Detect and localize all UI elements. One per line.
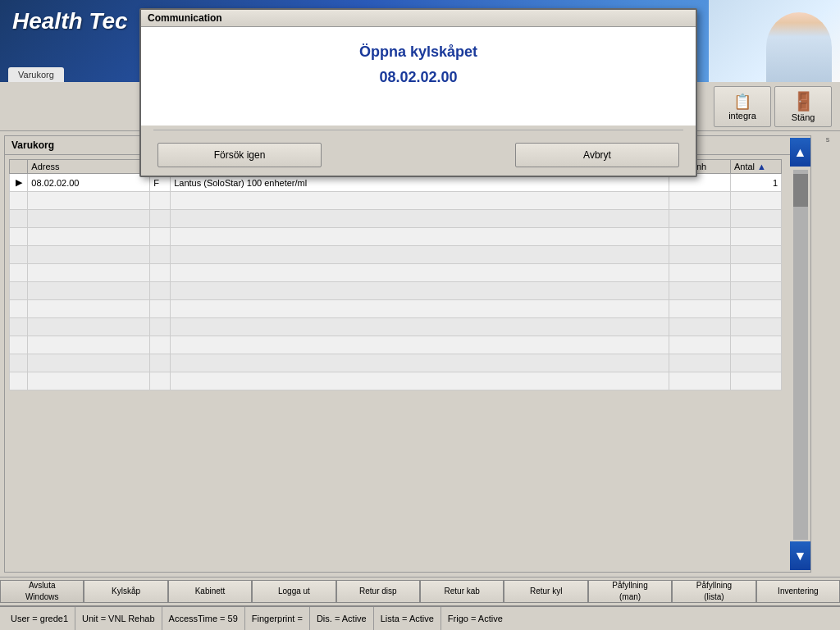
modal-title: Communication bbox=[148, 12, 222, 24]
modal-heading: Öppna kylskåpet bbox=[158, 43, 679, 61]
retry-button[interactable]: Försök igen bbox=[158, 143, 322, 167]
communication-dialog: Communication Öppna kylskåpet 08.02.02.0… bbox=[139, 8, 697, 177]
modal-body: Öppna kylskåpet 08.02.02.00 bbox=[141, 27, 696, 126]
cancel-button[interactable]: Avbryt bbox=[515, 143, 679, 167]
modal-footer: Försök igen Avbryt bbox=[141, 135, 696, 176]
modal-overlay: Communication Öppna kylskåpet 08.02.02.0… bbox=[0, 0, 840, 630]
modal-titlebar: Communication bbox=[141, 10, 696, 27]
modal-code: 08.02.02.00 bbox=[158, 69, 679, 86]
modal-divider bbox=[153, 130, 683, 130]
